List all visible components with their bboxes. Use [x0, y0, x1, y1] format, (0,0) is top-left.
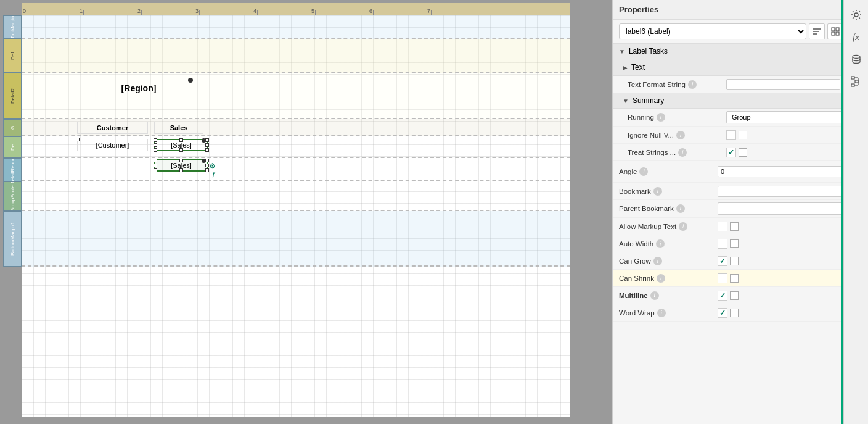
running-label: Running i: [628, 113, 726, 122]
ignore-null-info[interactable]: i: [676, 131, 685, 139]
can-grow-square: [730, 257, 739, 265]
text-format-row: Text Format String i ···: [613, 76, 868, 93]
handle-tl-1[interactable]: [154, 138, 157, 142]
design-canvas[interactable]: [Region] Customer Sales: [22, 15, 570, 417]
ignore-null-label: Ignore Null V... i: [628, 131, 726, 139]
region-handle[interactable]: [188, 78, 193, 83]
can-shrink-checkbox[interactable]: [718, 273, 727, 283]
auto-width-square: [730, 239, 739, 248]
ignore-null-row: Ignore Null V... i: [613, 127, 868, 144]
treat-strings-label: Treat Strings ... i: [628, 148, 726, 157]
parent-bookmark-select[interactable]: [718, 202, 851, 215]
word-wrap-checkbox[interactable]: [718, 308, 727, 318]
treat-strings-info[interactable]: i: [678, 148, 687, 157]
can-shrink-label: Can Shrink i: [619, 274, 718, 283]
word-wrap-info[interactable]: i: [657, 309, 666, 317]
handle-mr-1[interactable]: [205, 143, 209, 147]
running-select[interactable]: Group Report Page: [726, 111, 851, 123]
bookmark-info[interactable]: i: [653, 187, 662, 196]
ignore-null-square: [739, 131, 747, 139]
customer-field-text: [Customer]: [96, 141, 129, 149]
auto-width-checkbox[interactable]: [718, 239, 727, 249]
band-gfooter: GroupFooter1: [3, 181, 22, 211]
label-tasks-section[interactable]: ▼ Label Tasks: [613, 44, 868, 59]
band-dr2: DetailReport2: [3, 158, 22, 181]
handle-tl-2[interactable]: [154, 159, 157, 162]
properties-panel: Properties label6 (Label): [612, 0, 868, 424]
customer-header-element[interactable]: Customer: [77, 122, 148, 134]
handle-br-1[interactable]: [205, 148, 209, 152]
green-accent: [841, 0, 843, 424]
svg-rect-3: [832, 28, 835, 31]
angle-value: ▲ ▼: [718, 164, 862, 180]
handle-ml-1[interactable]: [154, 143, 157, 147]
allow-markup-info[interactable]: i: [679, 222, 687, 231]
region-label-element[interactable]: [Region]: [77, 79, 200, 98]
ruler-label-5: 5: [311, 8, 314, 14]
properties-title: Properties: [613, 0, 868, 20]
band-detail2: Detail2: [3, 73, 22, 119]
angle-row: Angle i ▲ ▼: [613, 161, 868, 183]
text-label: Text: [631, 63, 645, 72]
can-grow-row: Can Grow i: [613, 252, 868, 270]
fx-button[interactable]: fx: [846, 27, 866, 47]
can-grow-info[interactable]: i: [653, 257, 662, 265]
ignore-null-checkbox[interactable]: [726, 130, 736, 140]
angle-info[interactable]: i: [639, 167, 648, 176]
parent-bookmark-info[interactable]: i: [676, 204, 685, 213]
sales2-anchor: [202, 159, 206, 163]
tree-button[interactable]: [846, 72, 866, 91]
treat-strings-checkbox[interactable]: [726, 148, 736, 157]
summary-section[interactable]: ▼ Summary: [613, 93, 868, 109]
sales-field1-element[interactable]: [Sales]: [154, 139, 208, 151]
handle-bl-2[interactable]: [154, 168, 157, 172]
svg-rect-12: [855, 80, 858, 83]
handle-bc-2[interactable]: [179, 168, 183, 172]
band-def: Def: [3, 39, 22, 73]
gfooter-band: [22, 181, 570, 211]
multiline-info[interactable]: i: [650, 291, 659, 300]
ruler-label-1: 1: [80, 8, 83, 14]
sales-header-text: Sales: [170, 124, 188, 131]
svg-rect-11: [851, 77, 854, 79]
customer-handle-tl[interactable]: [76, 138, 80, 141]
ruler-label-6: 6: [369, 8, 372, 14]
text-format-info[interactable]: i: [688, 80, 697, 89]
angle-input[interactable]: [718, 166, 843, 177]
multiline-label: Multiline i: [619, 291, 718, 300]
can-shrink-info[interactable]: i: [657, 274, 665, 283]
label-tasks-label: Label Tasks: [629, 47, 668, 56]
ruler-label-7: 7: [427, 8, 430, 14]
auto-width-row: Auto Width i: [613, 235, 868, 252]
word-wrap-label: Word Wrap i: [619, 309, 718, 317]
text-triangle: ▶: [623, 64, 628, 71]
svg-point-10: [853, 56, 860, 59]
sort-button[interactable]: [809, 23, 825, 39]
sales-header-element[interactable]: Sales: [154, 122, 203, 134]
handle-tc-2[interactable]: [179, 159, 183, 162]
auto-width-info[interactable]: i: [656, 239, 665, 248]
text-section[interactable]: ▶ Text ƒ: [613, 59, 868, 76]
can-grow-checkbox[interactable]: [718, 256, 727, 266]
running-row: Running i Group Report Page: [613, 109, 868, 127]
handle-bc-1[interactable]: [179, 148, 183, 152]
sales-field2-element[interactable]: ⚙ [Sales] ƒ: [154, 159, 208, 172]
multiline-checkbox[interactable]: [718, 291, 727, 301]
def-band: [22, 39, 570, 73]
gear-button[interactable]: [846, 5, 866, 25]
band-gheader: G: [3, 119, 22, 136]
handle-bl-1[interactable]: [154, 148, 157, 152]
database-button[interactable]: [846, 49, 866, 69]
customer-field-element[interactable]: [Customer]: [77, 139, 148, 151]
can-shrink-square: [730, 274, 739, 283]
allow-markup-checkbox[interactable]: [718, 222, 727, 231]
handle-tc-1[interactable]: [179, 138, 183, 142]
dr2-band: [22, 158, 570, 181]
angle-input-wrap: ▲ ▼: [718, 164, 851, 180]
text-format-input[interactable]: [726, 79, 840, 90]
component-select[interactable]: label6 (Label): [619, 23, 806, 39]
bookmark-input[interactable]: [718, 186, 844, 197]
running-info[interactable]: i: [657, 113, 665, 122]
bookmark-label: Bookmark i: [619, 187, 718, 196]
handle-ml-2[interactable]: [154, 164, 157, 167]
